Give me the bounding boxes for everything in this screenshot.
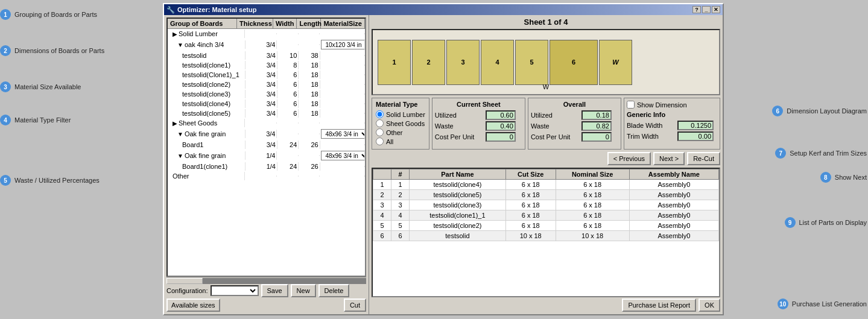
parts-table-container[interactable]: # Part Name Cut Size Nominal Size Assemb…	[372, 168, 720, 297]
main-window: 🔧 Optimizer: Material setup ? _ ✕ Group …	[163, 3, 724, 315]
parts-table: # Part Name Cut Size Nominal Size Assemb…	[373, 169, 719, 241]
col-num: #	[391, 169, 410, 180]
overall-cost-input[interactable]	[581, 132, 612, 142]
config-select[interactable]	[211, 285, 259, 296]
save-button[interactable]: Save	[261, 284, 288, 297]
radio-sheet-goods-input[interactable]	[376, 119, 384, 127]
annotation-8: 8 Show Next	[820, 172, 867, 183]
ok-button[interactable]: OK	[699, 298, 720, 312]
overall-utilized-row: Utilized	[531, 110, 618, 120]
next-button[interactable]: Next >	[653, 152, 685, 165]
current-cost-input[interactable]	[486, 132, 516, 142]
tree-row-testsolid-clone2[interactable]: testsolid(clone2) 3/4 6 18	[168, 80, 365, 89]
radio-other-input[interactable]	[376, 128, 384, 136]
parts-table-header-row: # Part Name Cut Size Nominal Size Assemb…	[373, 169, 719, 180]
overall-waste-input[interactable]	[581, 121, 612, 131]
overall-utilized-input[interactable]	[581, 110, 612, 120]
annotation-2: 2 Dimensions of Boards or Parts	[0, 45, 104, 56]
current-utilized-input[interactable]	[486, 110, 516, 120]
tree-row-board1[interactable]: Board1 3/4 24 26	[168, 140, 365, 150]
table-row[interactable]: 3 3 testsolid(clone3) 6 x 18 6 x 18 Asse…	[373, 200, 719, 210]
tree-row-sheet-goods[interactable]: ▶Sheet Goods	[168, 118, 365, 128]
sheet-title: Sheet 1 of 4	[372, 17, 720, 27]
badge-8: 8	[820, 172, 831, 183]
sheet-bottom-label: W	[543, 83, 549, 90]
previous-button[interactable]: < Previous	[607, 152, 651, 165]
table-row[interactable]: 1 1 testsolid(clone4) 6 x 18 6 x 18 Asse…	[373, 180, 719, 190]
current-utilized-row: Utilized	[435, 110, 522, 120]
annotation-1: 1 Grouping of Boards or Parts	[0, 9, 97, 20]
window-icon: 🔧	[166, 6, 175, 14]
badge-9: 9	[785, 217, 796, 228]
blade-width-input[interactable]	[677, 121, 714, 130]
tree-row-testsolid-clone3[interactable]: testsolid(clone3) 3/4 6 18	[168, 89, 365, 99]
badge-2: 2	[0, 45, 11, 56]
tree-row-testsolid[interactable]: testsolid 3/4 10 38	[168, 51, 365, 60]
matsize-select-oak[interactable]: 10x120 3/4 in	[321, 40, 365, 49]
blade-width-row: Blade Width	[627, 121, 717, 130]
annotation-7: 7 Setup Kerf and Trim Sizes	[775, 148, 867, 159]
cut-button[interactable]: Cut	[344, 298, 366, 312]
help-btn[interactable]: ?	[692, 6, 701, 13]
tree-row-solid-lumber[interactable]: ▶Solid Lumber	[168, 29, 365, 39]
sheet-piece-4: 4	[481, 40, 514, 85]
annotation-3: 3 Material Size Available	[0, 81, 81, 92]
tree-row-board1-clone1[interactable]: Board1(clone1) 1/4 24 26	[168, 162, 365, 171]
tree-header-width: Width	[273, 19, 297, 28]
generic-info-title: Generic Info	[627, 111, 717, 118]
badge-3: 3	[0, 81, 11, 92]
annotation-10: 10 Purchase List Generation	[778, 298, 867, 309]
recut-button[interactable]: Re-Cut	[687, 152, 720, 165]
radio-all-input[interactable]	[376, 137, 384, 145]
radio-solid-lumber-input[interactable]	[376, 110, 384, 118]
tree-row-testsolid-clone4[interactable]: testsolid(clone4) 3/4 6 18	[168, 99, 365, 109]
radio-sheet-goods[interactable]: Sheet Goods	[376, 119, 425, 127]
radio-all[interactable]: All	[376, 137, 425, 145]
minimize-btn[interactable]: _	[702, 6, 711, 13]
annotation-5: 5 Waste / Utilized Percentages	[0, 175, 100, 186]
table-row[interactable]: 4 4 testsolid(clone1)_1 6 x 18 6 x 18 As…	[373, 210, 719, 221]
window-title: Optimizer: Material setup	[177, 6, 256, 13]
col-row-num	[373, 169, 391, 180]
current-waste-input[interactable]	[486, 121, 516, 131]
overall-section: Overall Utilized Waste Cost Per Unit	[528, 98, 621, 150]
col-assembly: Assembly Name	[629, 169, 718, 180]
available-sizes-button[interactable]: Available sizes	[166, 298, 220, 312]
sheet-diagram: 1 2 3 4 5 6 W W	[372, 29, 720, 95]
matsize-select-oak-fine-14[interactable]: 48x96 3/4 in	[321, 151, 365, 160]
tree-container[interactable]: Group of Boards Thickness Width Length M…	[166, 17, 366, 277]
material-type-title: Material Type	[376, 101, 425, 108]
overall-waste-row: Waste	[531, 121, 618, 131]
tree-row-testsolid-clone1-1[interactable]: testsolid(Clone1)_1 3/4 6 18	[168, 70, 365, 80]
tree-row-oak-fine-14[interactable]: ▼Oak fine grain 1/4 48x96 3/4 in	[168, 150, 365, 162]
sheet-piece-6: 6	[550, 40, 598, 85]
stats-area: Material Type Solid Lumber Sheet Goods O…	[372, 98, 720, 150]
close-btn[interactable]: ✕	[712, 6, 720, 13]
col-part-name: Part Name	[410, 169, 506, 180]
radio-other[interactable]: Other	[376, 128, 425, 136]
matsize-select-oak-fine-34[interactable]: 48x96 3/4 in	[321, 129, 365, 139]
horizontal-scrollbar[interactable]	[166, 277, 366, 284]
config-row: Configuration: Save New Delete	[166, 284, 366, 297]
new-button[interactable]: New	[291, 284, 316, 297]
trim-width-input[interactable]	[677, 131, 714, 141]
purchase-list-report-button[interactable]: Purchase List Report	[622, 298, 696, 312]
trim-width-row: Trim Width	[627, 131, 717, 141]
show-dimension-checkbox[interactable]	[627, 101, 635, 109]
tree-row-oak-fine-34[interactable]: ▼Oak fine grain 3/4 48x96 3/4 in	[168, 128, 365, 140]
badge-4: 4	[0, 115, 11, 125]
tree-row-other[interactable]: Other	[168, 171, 365, 181]
overall-title: Overall	[531, 101, 618, 108]
col-cut-size: Cut Size	[505, 169, 556, 180]
col-nominal-size: Nominal Size	[556, 169, 629, 180]
tree-header: Group of Boards Thickness Width Length M…	[168, 19, 365, 29]
material-type-box: Material Type Solid Lumber Sheet Goods O…	[372, 98, 429, 150]
tree-row-testsolid-clone1[interactable]: testsolid(clone1) 3/4 8 18	[168, 60, 365, 70]
table-row[interactable]: 5 5 testsolid(clone2) 6 x 18 6 x 18 Asse…	[373, 221, 719, 231]
table-row[interactable]: 2 2 testsolid(clone5) 6 x 18 6 x 18 Asse…	[373, 190, 719, 200]
tree-row-oak-group[interactable]: ▼oak 4inch 3/4 3/4 10x120 3/4 in	[168, 39, 365, 51]
tree-row-testsolid-clone5[interactable]: testsolid(clone5) 3/4 6 18	[168, 109, 365, 118]
delete-button[interactable]: Delete	[318, 284, 350, 297]
table-row[interactable]: 6 6 testsolid 10 x 18 10 x 18 Assembly0	[373, 231, 719, 241]
radio-solid-lumber[interactable]: Solid Lumber	[376, 110, 425, 118]
